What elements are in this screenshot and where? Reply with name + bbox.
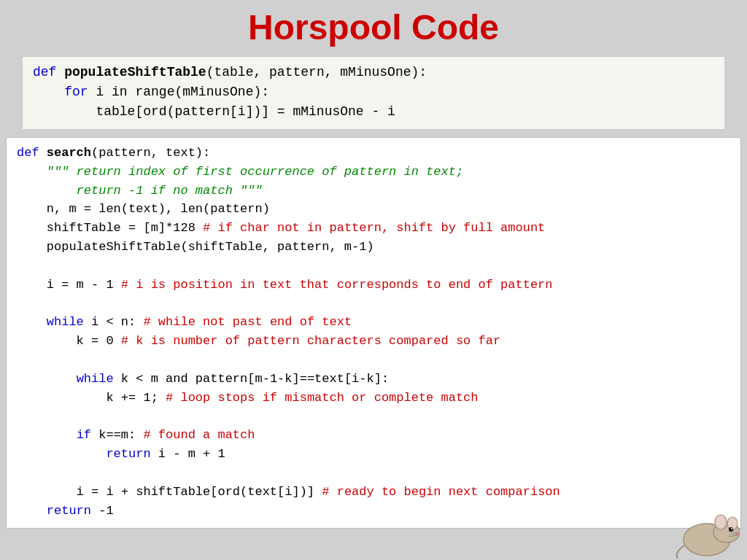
function-args-populate: (table, pattern, mMinusOne): — [206, 65, 427, 79]
main-line-return-neg1: return -1 — [17, 502, 730, 521]
main-line-k-init: k = 0 # k is number of pattern character… — [17, 332, 730, 351]
main-line-shifttable: shiftTable = [m]*128 # if char not in pa… — [17, 219, 730, 238]
main-line-i-shift: i = i + shiftTable[ord(text[i])] # ready… — [17, 483, 730, 502]
svg-point-4 — [729, 527, 733, 532]
def-keyword: def — [33, 65, 64, 79]
main-code-block: def search(pattern, text): """ return in… — [6, 137, 741, 529]
main-line-k-incr: k += 1; # loop stops if mismatch or comp… — [17, 389, 730, 408]
page-title: Horspool Code — [0, 0, 747, 53]
top-code-block: def populateShiftTable(table, pattern, m… — [22, 56, 725, 130]
mouse-illustration — [674, 509, 740, 560]
top-line-2: for i in range(mMinusOne): — [33, 82, 714, 102]
main-line-blank1 — [17, 257, 730, 276]
main-line-docstring1: """ return index of first occurrence of … — [17, 163, 730, 182]
main-line-while-inner: while k < m and pattern[m-1-k]==text[i-k… — [17, 370, 730, 389]
main-line-def: def search(pattern, text): — [17, 144, 730, 163]
main-line-populate: populateShiftTable(shiftTable, pattern, … — [17, 238, 730, 257]
main-line-while-outer: while i < n: # while not past end of tex… — [17, 313, 730, 332]
main-line-if: if k==m: # found a match — [17, 426, 730, 445]
function-name-populate: populateShiftTable — [64, 65, 206, 79]
top-line-3: table[ord(pattern[i])] = mMinusOne - i — [33, 102, 714, 122]
main-line-blank2 — [17, 295, 730, 314]
svg-point-5 — [731, 528, 732, 529]
for-keyword: for — [64, 85, 88, 99]
svg-point-2 — [715, 515, 727, 529]
top-line-1: def populateShiftTable(table, pattern, m… — [33, 63, 714, 82]
main-line-blank5 — [17, 464, 730, 483]
main-line-return-match: return i - m + 1 — [17, 445, 730, 464]
main-line-docstring2: return -1 if no match """ — [17, 182, 730, 201]
main-line-blank3 — [17, 351, 730, 370]
main-line-nm: n, m = len(text), len(pattern) — [17, 200, 730, 219]
main-line-blank4 — [17, 408, 730, 427]
main-line-i-init: i = m - 1 # i is position in text that c… — [17, 276, 730, 295]
